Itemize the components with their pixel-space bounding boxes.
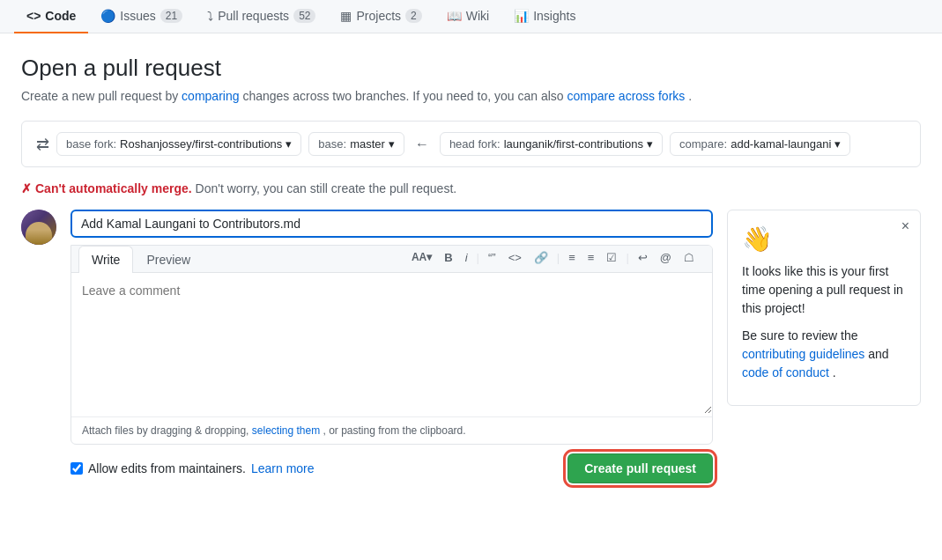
tab-code-label: Code [45, 9, 76, 23]
tab-code[interactable]: <> Code [14, 0, 88, 33]
allow-edits-label[interactable]: Allow edits from maintainers. Learn more [70, 461, 315, 475]
create-pr-button[interactable]: Create pull request [567, 453, 713, 483]
pr-form: Write Preview AA▾ B i | “” <> 🔗 | ≡ ≡ [70, 210, 713, 483]
warning-text: Don't worry, you can still create the pu… [196, 181, 457, 195]
issues-icon: 🔵 [100, 9, 115, 23]
main-content: Open a pull request Create a new pull re… [0, 33, 942, 497]
toolbar-list-ul[interactable]: ≡ [565, 249, 579, 266]
base-value: master [350, 137, 385, 151]
merge-warning: ✗ Can't automatically merge. Don't worry… [21, 181, 921, 195]
comment-tabs-left: Write Preview [78, 246, 204, 272]
compare-label: compare: [679, 137, 727, 151]
insights-icon: 📊 [514, 9, 529, 23]
toolbar-italic[interactable]: i [462, 249, 471, 266]
hint-box: × 👋 It looks like this is your first tim… [727, 210, 921, 483]
page-description: Create a new pull request by comparing c… [21, 89, 921, 103]
avatar-silhouette [26, 222, 52, 245]
hint-close-button[interactable]: × [901, 219, 909, 233]
tab-insights[interactable]: 📊 Insights [501, 0, 588, 33]
desc-static: Create a new pull request by [21, 89, 182, 103]
footer-mid: , or pasting from the clipboard. [323, 424, 466, 437]
comment-tabs: Write Preview AA▾ B i | “” <> 🔗 | ≡ ≡ [71, 246, 712, 273]
toolbar-link[interactable]: 🔗 [530, 249, 552, 266]
write-tab[interactable]: Write [78, 246, 133, 273]
toolbar-sep2: | [557, 251, 560, 264]
projects-icon: ▦ [340, 9, 352, 23]
tab-issues-label: Issues [120, 9, 155, 23]
desc-mid: changes across two branches. If you need… [242, 89, 567, 103]
toolbar-quote[interactable]: “” [485, 249, 500, 266]
compare-forks-link[interactable]: compare across forks [567, 89, 685, 103]
base-fork-chevron: ▾ [286, 137, 292, 151]
code-icon: <> [26, 9, 41, 23]
comment-footer: Attach files by dragging & dropping, sel… [71, 416, 712, 444]
top-nav: <> Code 🔵 Issues 21 ⤵ Pull requests 52 ▦… [0, 0, 942, 33]
compare-branch-button[interactable]: compare: add-kamal-laungani ▾ [670, 132, 850, 156]
tab-wiki-label: Wiki [466, 9, 489, 23]
head-fork-chevron: ▾ [647, 137, 653, 151]
comparing-link[interactable]: comparing [182, 89, 239, 103]
pr-icon: ⤵ [207, 9, 213, 23]
head-fork-value: launganik/first-contributions [504, 137, 643, 151]
allow-edits-text: Allow edits from maintainers. [88, 461, 246, 475]
tab-issues[interactable]: 🔵 Issues 21 [88, 0, 195, 33]
tab-pr-label: Pull requests [218, 9, 289, 23]
toolbar-sep1: | [477, 251, 479, 264]
wiki-icon: 📖 [447, 9, 462, 23]
toolbar-ref[interactable]: ☖ [680, 249, 698, 266]
branch-arrow: ← [412, 136, 433, 152]
base-label: base: [318, 137, 346, 151]
hint-paragraph1: It looks like this is your first time op… [742, 262, 906, 318]
desc-end: . [688, 89, 692, 103]
comment-textarea[interactable] [71, 273, 712, 414]
toolbar-list-task[interactable]: ☑ [603, 249, 620, 266]
tab-pull-requests[interactable]: ⤵ Pull requests 52 [195, 0, 328, 33]
toolbar-sep3: | [626, 251, 628, 264]
head-fork-label: head fork: [449, 137, 501, 151]
hint-paragraph2: Be sure to review the contributing guide… [742, 327, 906, 382]
hint-p2-end: . [833, 365, 836, 379]
page-title: Open a pull request [21, 55, 921, 82]
toolbar-list-ol[interactable]: ≡ [584, 249, 598, 266]
tab-projects[interactable]: ▦ Projects 2 [328, 0, 434, 33]
code-of-conduct-link[interactable]: code of conduct [742, 365, 829, 379]
preview-tab[interactable]: Preview [133, 246, 204, 273]
toolbar-code[interactable]: <> [505, 249, 525, 266]
warning-icon: ✗ [21, 181, 32, 195]
form-footer: Allow edits from maintainers. Learn more… [70, 453, 713, 483]
allow-edits-checkbox[interactable] [70, 462, 83, 475]
contributing-guidelines-link[interactable]: contributing guidelines [742, 347, 864, 361]
branch-selector: ⇄ base fork: Roshanjossey/first-contribu… [21, 121, 921, 167]
pr-badge: 52 [293, 9, 315, 23]
base-fork-label: base fork: [66, 137, 116, 151]
footer-text: Attach files by dragging & dropping, [82, 424, 252, 437]
comment-box: Write Preview AA▾ B i | “” <> 🔗 | ≡ ≡ [70, 245, 713, 445]
hint-card: × 👋 It looks like this is your first tim… [727, 210, 921, 406]
base-fork-button[interactable]: base fork: Roshanjossey/first-contributi… [56, 132, 301, 156]
hint-p2-mid: and [868, 347, 888, 361]
toolbar-bold[interactable]: B [441, 249, 456, 266]
projects-badge: 2 [405, 9, 422, 23]
base-chevron: ▾ [389, 137, 395, 151]
pr-title-input[interactable] [70, 210, 713, 238]
compare-value: add-kamal-laungani [731, 137, 831, 151]
toolbar-reply[interactable]: ↩ [634, 249, 651, 266]
swap-icon: ⇄ [36, 135, 49, 154]
hint-p2-start: Be sure to review the [742, 328, 858, 343]
tab-wiki[interactable]: 📖 Wiki [434, 0, 501, 33]
toolbar-heading[interactable]: AA▾ [408, 249, 435, 265]
learn-more-link[interactable]: Learn more [251, 461, 315, 475]
selecting-link[interactable]: selecting them [252, 424, 320, 437]
toolbar-mention[interactable]: @ [656, 249, 675, 266]
warning-bold: Can't automatically merge. [35, 181, 192, 195]
pr-form-area: Write Preview AA▾ B i | “” <> 🔗 | ≡ ≡ [21, 210, 921, 483]
compare-chevron: ▾ [834, 137, 841, 151]
head-fork-button[interactable]: head fork: launganik/first-contributions… [440, 132, 663, 156]
avatar-image [21, 210, 56, 245]
issues-badge: 21 [160, 9, 182, 23]
tab-projects-label: Projects [356, 9, 401, 23]
base-fork-value: Roshanjossey/first-contributions [120, 137, 282, 151]
tab-insights-label: Insights [533, 9, 575, 23]
toolbar: AA▾ B i | “” <> 🔗 | ≡ ≡ ☑ | ↩ @ [408, 249, 705, 269]
base-branch-button[interactable]: base: master ▾ [308, 132, 404, 156]
